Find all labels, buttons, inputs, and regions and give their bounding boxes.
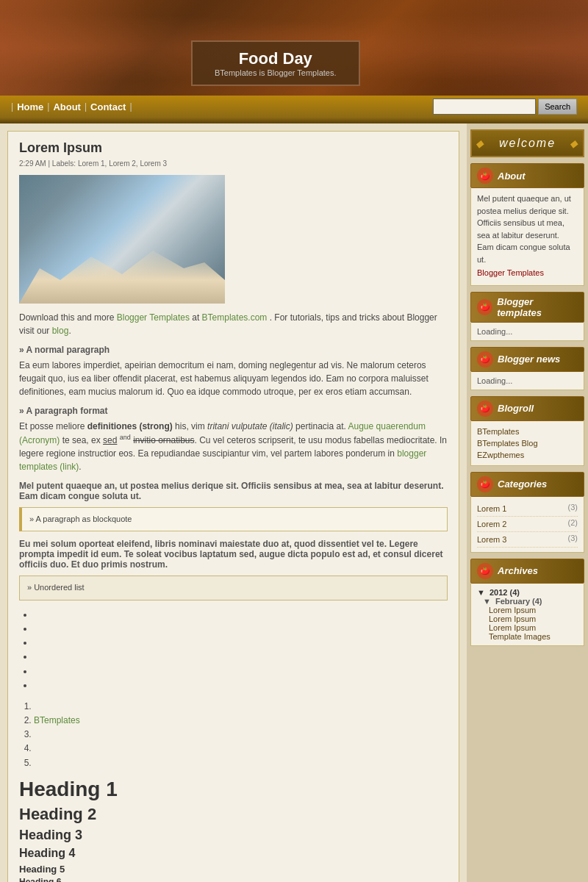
section-para-format: » A paragraph format [19,406,448,416]
blogger-news-icon: 🍅 [477,351,493,368]
blogger-templates-header: 🍅 Blogger templates [470,292,584,323]
post-1-date: 2:29 AM [19,159,46,168]
page-wrapper: Lorem Ipsum 2:29 AM | Labels: Lorem 1, L… [0,123,588,882]
search-bar: Search [433,98,577,115]
search-button[interactable]: Search [538,98,577,115]
cat-item-3: Lorem 3 (3) [477,532,578,548]
blogger-templates-content: Loading... [470,323,584,341]
sidebar-categories: 🍅 Categories Lorem 1 (3) Lorem 2 (2) Lor… [470,472,584,553]
blogger-news-content: Loading... [470,372,584,390]
header-title-box: Food Day BTemplates is Blogger Templates… [191,40,360,86]
cat-count-2: (2) [568,518,578,530]
code-block: » A paragraph as blockquote [19,507,448,531]
page-header: Food Day BTemplates is Blogger Templates… [0,0,588,96]
post-1-label-3[interactable]: Lorem 3 [140,159,167,168]
cat-count-1: (3) [568,503,578,514]
archive-post-4[interactable]: Template Images [477,632,578,641]
blogger-templates-icon: 🍅 [477,299,492,315]
nav-about[interactable]: About [53,101,81,112]
blogroll-item-2[interactable]: BTemplates Blog [477,437,578,449]
blogger-news-header: 🍅 Blogger news [470,347,584,372]
h6-heading: Heading 6 [19,877,448,882]
h2-heading: Heading 2 [19,805,448,824]
blogroll-item-3[interactable]: EZwpthemes [477,449,578,461]
cat-link-3[interactable]: Lorem 3 [477,534,506,545]
blogger-news-title: Blogger news [498,354,560,365]
btemplates-com-link[interactable]: BTemplates.com [202,312,268,323]
blogroll-content: BTemplates BTemplates Blog EZwpthemes [470,421,584,466]
about-header: 🍅 About [470,163,584,188]
post-1: Lorem Ipsum 2:29 AM | Labels: Lorem 1, L… [7,131,459,882]
archives-header: 🍅 Archives [470,559,584,584]
about-text: Mel putent quaeque an, ut postea melius … [477,193,578,281]
sidebar-blogger-templates: 🍅 Blogger templates Loading... [470,292,584,341]
blogroll-title: Blogroll [498,403,534,414]
site-title: Food Day [215,49,337,68]
ul-item-3 [34,636,448,650]
archives-title: Archives [498,565,538,576]
blogger-templates-loading: Loading... [477,327,512,336]
categories-icon: 🍅 [477,476,493,492]
ul-item-2 [34,622,448,636]
archive-year-2012[interactable]: ▼ 2012 (4) [477,588,578,597]
ol-item-2: BTemplates [34,714,448,728]
about-btemplates-link[interactable]: Blogger Templates [477,265,578,281]
sidebar: welcome 🍅 About Mel putent quaeque an, u… [467,123,588,882]
cat-item-1: Lorem 1 (3) [477,501,578,517]
ul-item-1 [34,608,448,622]
sidebar-about: 🍅 About Mel putent quaeque an, ut postea… [470,163,584,286]
categories-header: 🍅 Categories [470,472,584,497]
nav-contact[interactable]: Contact [90,101,126,112]
categories-content: Lorem 1 (3) Lorem 2 (2) Lorem 3 (3) [470,497,584,553]
blockquote-block: » Unordered list [19,576,448,600]
ol-item-1 [34,700,448,714]
unordered-list [19,608,448,692]
cat-link-2[interactable]: Lorem 2 [477,518,506,530]
ul-item-5 [34,664,448,678]
section-blockquote: Eu mei solum oporteat eleifend, libris n… [19,539,448,570]
ol-item-5 [34,756,448,770]
cat-link-1[interactable]: Lorem 1 [477,503,506,514]
nav-home[interactable]: Home [17,101,43,112]
blogroll-item-1[interactable]: BTemplates [477,426,578,437]
about-content: Mel putent quaeque an, ut postea melius … [470,188,584,286]
cat-count-3: (3) [568,534,578,545]
archives-icon: 🍅 [477,563,493,579]
post-1-label-1[interactable]: Lorem 1 [78,159,105,168]
about-title: About [498,171,526,182]
post-1-intro: Download this and more Blogger Templates… [19,311,448,337]
archive-post-1[interactable]: Lorem Ipsum [477,606,578,614]
h4-heading: Heading 4 [19,847,448,860]
archives-content: ▼ 2012 (4) ▼ February (4) Lorem Ipsum Lo… [470,584,584,646]
h1-heading: Heading 1 [19,778,448,801]
post-1-image [19,175,225,304]
btemplates-ol-link[interactable]: BTemplates [34,715,80,725]
sidebar-blogroll: 🍅 Blogroll BTemplates BTemplates Blog EZ… [470,396,584,466]
btemplates-link[interactable]: Blogger Templates [117,312,190,323]
archive-month-feb[interactable]: ▼ February (4) [477,597,578,606]
sidebar-archives: 🍅 Archives ▼ 2012 (4) ▼ February (4) Lor… [470,559,584,646]
blogroll-icon: 🍅 [477,401,493,417]
blogroll-header: 🍅 Blogroll [470,396,584,421]
nav-decoration [0,118,588,123]
about-icon: 🍅 [477,168,493,184]
site-subtitle: BTemplates is Blogger Templates. [215,68,337,77]
archive-post-3[interactable]: Lorem Ipsum [477,623,578,632]
formatted-para: Et posse meliore definitiones (strong) h… [19,420,448,473]
h3-heading: Heading 3 [19,828,448,843]
post-1-meta: 2:29 AM | Labels: Lorem 1, Lorem 2, Lore… [19,159,448,168]
main-content: Lorem Ipsum 2:29 AM | Labels: Lorem 1, L… [0,123,467,882]
blogger-templates-link[interactable]: blogger templates (link) [19,448,426,472]
archive-post-2[interactable]: Lorem Ipsum [477,614,578,623]
categories-title: Categories [498,478,547,490]
ul-item-6 [34,678,448,692]
post-1-label-2[interactable]: Lorem 2 [109,159,136,168]
ol-item-4 [34,742,448,756]
nav-separator: | [11,101,13,112]
section-code: Mel putent quaeque an, ut postea melius … [19,481,448,501]
normal-para-text: Ea eum labores imperdiet, apeirian democ… [19,359,448,398]
search-input[interactable] [433,98,536,115]
main-nav: | Home | About | Contact | [11,101,132,112]
welcome-box: welcome [470,129,584,157]
blog-link[interactable]: blog [52,326,69,336]
